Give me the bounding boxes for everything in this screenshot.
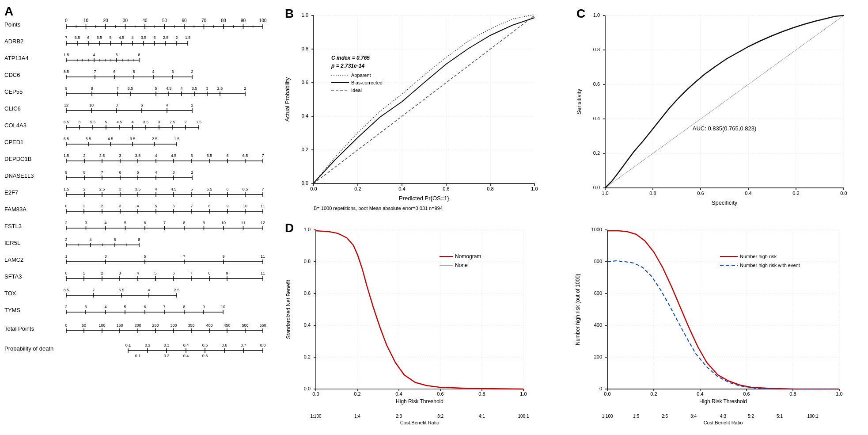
svg-text:2: 2 (65, 237, 67, 242)
calibration-svg: 0.0 0.2 0.4 0.6 0.8 1.0 0.0 0.2 0.4 0.6 … (283, 7, 548, 217)
svg-text:2: 2 (83, 153, 85, 158)
svg-text:3.5: 3.5 (135, 153, 141, 158)
svg-text:1: 1 (83, 204, 85, 208)
roc-y-label: Sensitivity (576, 88, 582, 114)
svg-text:1.5: 1.5 (174, 137, 180, 141)
svg-text:5: 5 (136, 170, 139, 175)
dca-svg: 0.0 0.2 0.4 0.6 0.8 1.0 0.0 0.2 0.4 0.6 … (285, 221, 546, 431)
svg-text:10: 10 (221, 305, 225, 309)
svg-text:3: 3 (158, 120, 160, 124)
svg-text:6: 6 (113, 69, 115, 74)
svg-text:12: 12 (64, 103, 68, 107)
svg-text:1.5: 1.5 (64, 53, 69, 57)
svg-text:6: 6 (144, 305, 146, 309)
svg-text:0.6: 0.6 (743, 391, 750, 397)
svg-text:5: 5 (144, 254, 146, 259)
svg-text:300: 300 (170, 323, 177, 328)
svg-text:250: 250 (152, 323, 159, 328)
svg-text:150: 150 (116, 323, 123, 328)
svg-text:800: 800 (594, 259, 602, 264)
calib-footer: B= 1000 repetitions, boot Mean absolute … (314, 206, 443, 211)
svg-text:8: 8 (138, 53, 140, 57)
fam83a-label: FAM83A (4, 206, 27, 213)
panel-d-right: 0 200 400 600 800 1000 0.0 0.2 0.4 0.6 0… (570, 217, 861, 435)
svg-text:2: 2 (101, 204, 103, 208)
svg-text:5.5: 5.5 (86, 137, 91, 141)
svg-text:8.5: 8.5 (64, 69, 69, 74)
svg-text:0.8: 0.8 (649, 191, 656, 196)
svg-text:1.0: 1.0 (602, 191, 608, 196)
svg-text:0.1: 0.1 (125, 343, 131, 347)
svg-text:0.4: 0.4 (398, 186, 405, 191)
svg-text:0.0: 0.0 (593, 185, 600, 190)
svg-text:3: 3 (84, 305, 87, 309)
svg-text:3:4: 3:4 (690, 414, 697, 419)
svg-text:4: 4 (131, 120, 133, 124)
panel-c: C 0.0 0.2 0.4 0.6 0.8 1.0 1.0 0.8 (570, 0, 861, 217)
svg-text:2.5: 2.5 (170, 120, 175, 124)
nhigh-svg: 0 200 400 600 800 1000 0.0 0.2 0.4 0.6 0… (574, 221, 857, 431)
svg-text:2: 2 (191, 69, 193, 74)
svg-text:0.4: 0.4 (304, 322, 311, 328)
svg-text:0.4: 0.4 (697, 391, 703, 397)
svg-text:4: 4 (104, 221, 106, 225)
svg-text:1:100: 1:100 (602, 414, 613, 419)
svg-text:1.0: 1.0 (593, 12, 600, 18)
svg-text:6: 6 (78, 120, 80, 124)
svg-text:100:1: 100:1 (518, 414, 529, 419)
svg-text:0.2: 0.2 (792, 191, 799, 196)
svg-text:11: 11 (261, 204, 265, 208)
svg-text:0.6: 0.6 (593, 81, 600, 87)
svg-text:0.8: 0.8 (593, 47, 600, 52)
svg-text:0.8: 0.8 (487, 186, 493, 191)
svg-text:3: 3 (118, 271, 121, 275)
adrb2-label: ADRB2 (4, 38, 23, 45)
svg-text:2: 2 (175, 35, 178, 40)
svg-text:2.5: 2.5 (217, 86, 223, 91)
ier5l-label: IER5L (4, 240, 20, 246)
svg-text:6.5: 6.5 (64, 137, 69, 141)
svg-text:90: 90 (241, 18, 246, 23)
svg-text:6: 6 (87, 35, 89, 40)
svg-text:0.6: 0.6 (697, 191, 704, 196)
svg-text:2.5: 2.5 (174, 288, 180, 292)
svg-text:2:3: 2:3 (396, 414, 402, 419)
svg-text:0.0: 0.0 (312, 391, 319, 397)
nhigh-x-label: High Risk Threshold (699, 398, 747, 404)
svg-text:0.0: 0.0 (304, 386, 311, 391)
panel-d-left: D 0.0 0.2 0.4 0.6 0.8 1.0 0.0 0.2 (278, 217, 552, 435)
tyms-label: TYMS (4, 307, 20, 313)
calib-x-label: Predicted Pr{OS=1} (399, 195, 449, 202)
svg-text:2.5: 2.5 (99, 153, 105, 158)
svg-text:5: 5 (154, 271, 156, 275)
clic6-label: CLIC6 (4, 105, 21, 112)
svg-text:1:4: 1:4 (354, 414, 360, 419)
svg-text:6.5: 6.5 (243, 187, 248, 191)
svg-text:7: 7 (262, 187, 264, 191)
svg-text:5.5: 5.5 (207, 153, 212, 158)
svg-text:0.4: 0.4 (183, 343, 189, 347)
svg-text:5: 5 (190, 153, 193, 158)
svg-text:0.6: 0.6 (304, 290, 311, 296)
prob-death-label: Probability of death (4, 345, 53, 352)
svg-text:0.4: 0.4 (183, 354, 189, 358)
svg-text:400: 400 (594, 322, 602, 328)
svg-text:7: 7 (94, 69, 96, 74)
svg-text:0: 0 (65, 204, 67, 208)
svg-text:6: 6 (226, 187, 228, 191)
svg-text:4: 4 (155, 170, 157, 175)
svg-text:10: 10 (221, 221, 226, 225)
svg-text:3: 3 (119, 153, 121, 158)
svg-text:8: 8 (138, 237, 140, 242)
svg-text:8: 8 (91, 86, 93, 91)
svg-text:0.2: 0.2 (354, 186, 361, 191)
svg-text:6: 6 (226, 153, 228, 158)
svg-text:6: 6 (144, 221, 146, 225)
svg-text:0.0: 0.0 (302, 180, 308, 186)
total-points-label: Total Points (4, 325, 34, 332)
svg-text:0.2: 0.2 (304, 354, 311, 359)
e2f7-label: E2F7 (4, 189, 18, 196)
svg-text:7: 7 (183, 254, 185, 259)
svg-text:0: 0 (65, 271, 67, 275)
svg-text:11: 11 (261, 254, 265, 259)
